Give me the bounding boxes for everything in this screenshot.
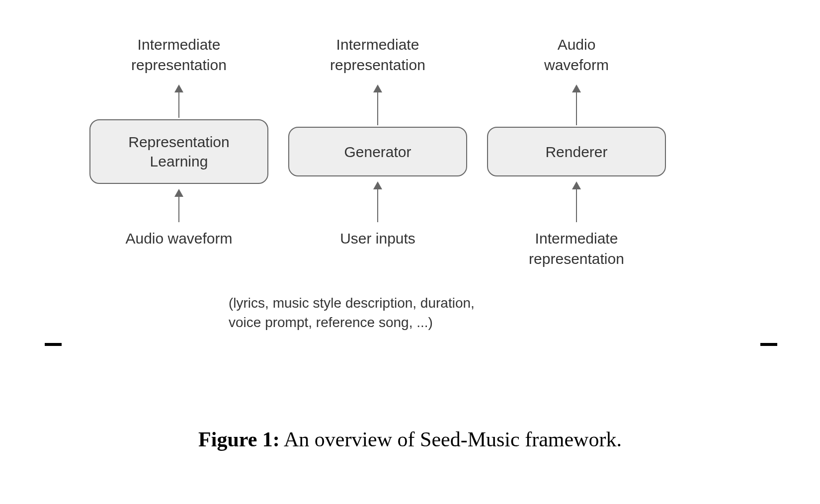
arrow-up-icon xyxy=(576,182,577,222)
arrow-up-icon xyxy=(377,85,378,125)
col3-output-line2: waveform xyxy=(544,57,609,73)
renderer-box: Renderer xyxy=(487,127,666,176)
figure-caption: Figure 1: An overview of Seed-Music fram… xyxy=(0,427,820,451)
arrow-up-icon xyxy=(576,85,577,125)
arrow-up-icon xyxy=(178,85,179,118)
user-inputs-note: (lyrics, music style description, durati… xyxy=(229,293,475,332)
note-line2: voice prompt, reference song, ...) xyxy=(229,315,433,330)
col3-input-line2: representation xyxy=(529,251,624,267)
col1-input-label: Audio waveform xyxy=(89,229,268,249)
col1-output-line2: representation xyxy=(131,57,227,73)
note-line1: (lyrics, music style description, durati… xyxy=(229,295,475,311)
arrow-up-icon xyxy=(377,182,378,222)
col1-box-line2: Learning xyxy=(150,153,208,169)
representation-learning-box: Representation Learning xyxy=(89,119,268,184)
col2-box-line1: Generator xyxy=(344,142,411,162)
col1-box-line1: Representation xyxy=(128,134,229,150)
col2-output-line1: Intermediate xyxy=(336,36,419,53)
figure-label: Figure 1: xyxy=(198,428,280,451)
col1-input-line1: Audio waveform xyxy=(125,230,232,247)
col2-output-label: Intermediate representation xyxy=(288,35,467,75)
left-dash-mark xyxy=(45,343,62,346)
diagram-canvas: Intermediate representation Representati… xyxy=(0,0,820,504)
col3-output-line1: Audio xyxy=(558,36,596,53)
figure-caption-text: An overview of Seed-Music framework. xyxy=(280,428,622,451)
col3-input-line1: Intermediate xyxy=(535,230,618,247)
right-dash-mark xyxy=(760,343,777,346)
col3-box-line1: Renderer xyxy=(545,142,607,162)
col2-output-line2: representation xyxy=(330,57,425,73)
col3-input-label: Intermediate representation xyxy=(487,229,666,269)
col1-output-label: Intermediate representation xyxy=(89,35,268,75)
col2-input-line1: User inputs xyxy=(340,230,415,247)
col3-output-label: Audio waveform xyxy=(487,35,666,75)
arrow-up-icon xyxy=(178,190,179,222)
col1-output-line1: Intermediate xyxy=(138,36,221,53)
generator-box: Generator xyxy=(288,127,467,176)
col2-input-label: User inputs xyxy=(288,229,467,249)
